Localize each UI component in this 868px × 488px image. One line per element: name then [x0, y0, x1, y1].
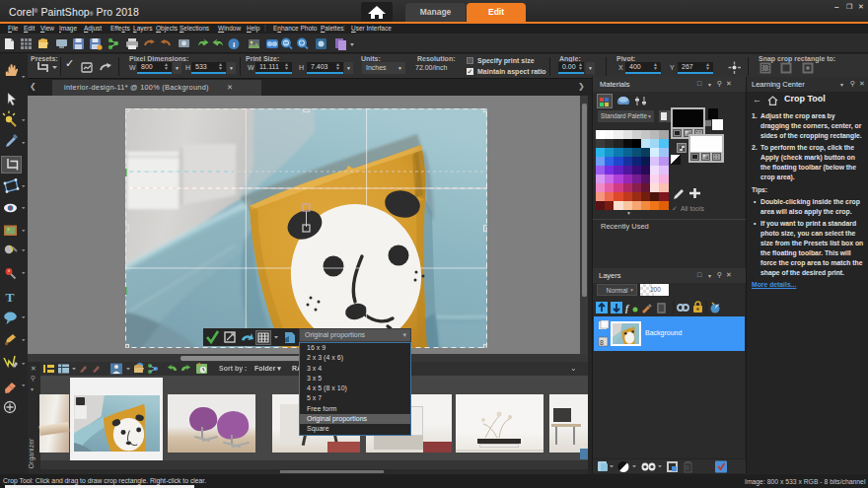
- svg-text:8: 8: [600, 339, 604, 346]
- svg-text:i: i: [233, 40, 235, 49]
- svg-text:f: f: [625, 303, 630, 314]
- svg-text:T: T: [6, 290, 15, 305]
